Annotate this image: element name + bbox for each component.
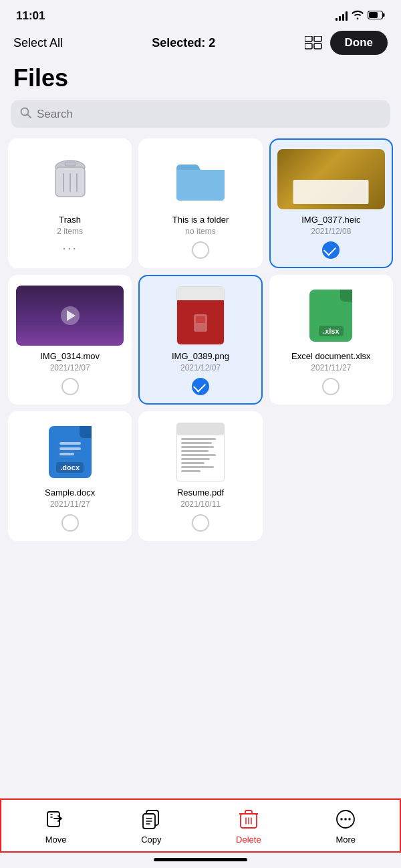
svg-rect-17 <box>59 442 81 445</box>
signal-icon <box>336 11 348 21</box>
file-grid: Trash 2 items ··· This is a folder no it… <box>0 138 401 541</box>
battery-icon <box>368 10 385 22</box>
select-circle[interactable] <box>61 378 79 395</box>
file-date: 2021/11/27 <box>311 363 351 372</box>
page-title: Files <box>0 60 401 100</box>
svg-rect-18 <box>59 447 81 450</box>
select-circle[interactable] <box>192 514 209 532</box>
select-circle-checked[interactable] <box>322 241 340 259</box>
file-name: This is a folder <box>172 215 229 225</box>
top-bar: Select All Selected: 2 Done <box>0 28 401 60</box>
select-all-button[interactable]: Select All <box>13 36 63 50</box>
xlsx-icon: .xlsx <box>277 286 385 346</box>
done-button[interactable]: Done <box>330 31 388 55</box>
file-name: IMG_0377.heic <box>301 215 360 225</box>
more-label: More <box>336 835 356 845</box>
delete-button[interactable]: Delete <box>236 809 261 845</box>
pdf-thumbnail <box>146 422 254 482</box>
trash-icon <box>16 149 124 209</box>
selected-count: Selected: 2 <box>152 36 215 50</box>
file-card-heic[interactable]: IMG_0377.heic 2021/12/08 <box>269 138 393 268</box>
svg-rect-2 <box>369 12 378 18</box>
file-card-folder[interactable]: This is a folder no items <box>138 138 262 268</box>
svg-rect-19 <box>59 453 74 455</box>
move-label: Move <box>45 835 67 845</box>
search-input[interactable] <box>37 108 381 121</box>
file-date: 2021/12/07 <box>180 363 221 372</box>
svg-rect-16 <box>196 316 205 323</box>
png-thumbnail <box>146 286 254 346</box>
svg-rect-4 <box>314 36 321 41</box>
move-icon <box>46 809 66 831</box>
file-date: 2021/12/08 <box>311 227 351 236</box>
svg-point-33 <box>340 818 343 821</box>
select-circle-checked[interactable] <box>192 378 209 395</box>
mov-thumbnail <box>16 286 124 346</box>
more-icon <box>336 809 356 831</box>
file-name: Sample.docx <box>45 487 95 498</box>
svg-rect-20 <box>47 812 59 827</box>
file-card-xlsx[interactable]: .xlsx Excel document.xlsx 2021/11/27 <box>269 275 393 405</box>
svg-rect-5 <box>305 43 312 49</box>
select-circle[interactable] <box>192 241 209 259</box>
delete-label: Delete <box>236 835 261 845</box>
copy-button[interactable]: Copy <box>141 809 161 845</box>
home-indicator <box>154 858 247 861</box>
search-bar-wrap <box>0 100 401 138</box>
file-date: 2021/12/07 <box>50 363 90 372</box>
file-card-pdf[interactable]: Resume.pdf 2021/10/11 <box>138 411 262 541</box>
search-icon <box>20 107 31 121</box>
file-card-docx[interactable]: .docx Sample.docx 2021/11/27 <box>8 411 132 541</box>
svg-rect-3 <box>305 36 312 41</box>
folder-icon <box>146 149 254 209</box>
delete-icon <box>239 809 258 831</box>
svg-point-34 <box>344 818 347 821</box>
heic-thumbnail <box>277 149 385 209</box>
file-meta: no items <box>185 227 215 236</box>
file-card-mov[interactable]: IMG_0314.mov 2021/12/07 <box>8 275 132 405</box>
top-bar-right: Done <box>305 31 388 55</box>
svg-point-35 <box>348 818 351 821</box>
select-circle[interactable] <box>61 514 79 532</box>
status-time: 11:01 <box>16 9 45 23</box>
svg-rect-6 <box>314 43 321 49</box>
bottom-toolbar-wrap: Move Copy <box>0 798 401 868</box>
file-name: Excel document.xlsx <box>291 351 371 361</box>
docx-icon: .docx <box>16 422 124 482</box>
file-name: IMG_0314.mov <box>40 351 100 361</box>
file-meta: 2 items <box>57 227 83 236</box>
file-name: Trash <box>59 215 81 225</box>
file-name: IMG_0389.png <box>172 351 229 361</box>
svg-rect-28 <box>245 810 252 814</box>
file-date: 2021/11/27 <box>50 500 90 509</box>
copy-label: Copy <box>141 835 161 845</box>
svg-rect-14 <box>65 162 76 166</box>
file-card-trash[interactable]: Trash 2 items ··· <box>8 138 132 268</box>
wifi-icon <box>352 10 364 22</box>
select-circle[interactable] <box>322 378 340 395</box>
grid-icon <box>305 36 322 49</box>
move-button[interactable]: Move <box>45 809 67 845</box>
svg-rect-1 <box>383 13 385 17</box>
file-name: Resume.pdf <box>177 487 224 498</box>
status-bar: 11:01 <box>0 0 401 28</box>
bottom-toolbar: Move Copy <box>0 798 401 853</box>
file-date: 2021/10/11 <box>180 500 221 509</box>
status-icons <box>336 10 385 22</box>
search-bar <box>11 100 390 128</box>
svg-line-8 <box>27 114 31 118</box>
copy-icon <box>141 809 161 831</box>
ellipsis-button[interactable]: ··· <box>62 240 78 255</box>
more-button[interactable]: More <box>336 809 356 845</box>
file-card-png[interactable]: IMG_0389.png 2021/12/07 <box>138 275 262 405</box>
view-toggle-button[interactable] <box>305 36 322 49</box>
